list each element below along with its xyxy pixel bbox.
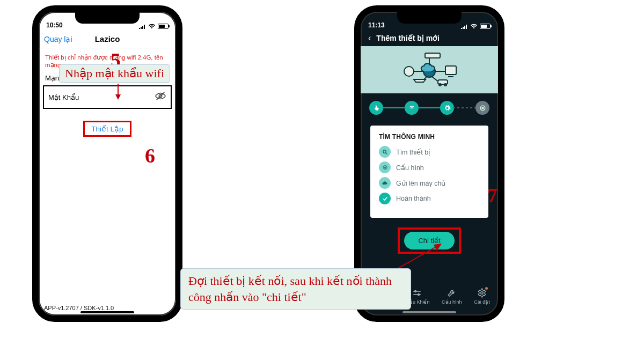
list-item: Tìm thiết bị	[379, 146, 480, 158]
gear-icon	[477, 288, 487, 298]
svg-point-9	[404, 67, 414, 76]
row-label: Cấu hình	[396, 164, 424, 172]
notch	[75, 12, 140, 24]
wifi-icon	[148, 24, 156, 29]
step-final-icon	[475, 101, 489, 115]
annotation-step-6: 6	[145, 144, 155, 167]
tab-config[interactable]: Cấu hình	[442, 288, 462, 305]
wrench-icon	[447, 288, 457, 298]
status-icons	[138, 24, 169, 29]
notch	[397, 12, 462, 24]
battery-icon	[480, 24, 491, 29]
password-row[interactable]: Mật Khẩu	[43, 85, 172, 109]
notification-dot-icon	[485, 287, 488, 290]
nav-bar: Quay lại Lazico	[39, 30, 176, 48]
status-time: 10:50	[46, 21, 63, 29]
card-title: TÌM THÔNG MINH	[379, 133, 480, 141]
annotation-note-7: Đợi thiết bị kết nối, sau khi kết nối th…	[180, 268, 411, 310]
list-item: Gửi lên máy chủ	[379, 177, 480, 189]
status-icons	[460, 24, 491, 29]
search-icon	[379, 146, 391, 158]
home-indicator	[402, 311, 456, 313]
step-wifi-icon	[405, 101, 419, 115]
step-gear-icon	[440, 101, 454, 115]
battery-icon	[158, 24, 169, 29]
row-label: Tìm thiết bị	[396, 148, 430, 156]
tab-label: Cài đặt	[474, 299, 490, 305]
tab-label: Cấu hình	[442, 299, 462, 305]
tab-settings[interactable]: Cài đặt	[474, 288, 490, 305]
back-button[interactable]: Quay lại	[44, 35, 72, 43]
list-item: Cấu hình	[379, 161, 480, 173]
svg-marker-25	[115, 94, 121, 100]
page-title: Thêm thiết bị mới	[376, 34, 440, 42]
cell-signal-icon	[138, 24, 146, 29]
list-item: Hoàn thành	[379, 193, 480, 204]
cell-signal-icon	[460, 24, 468, 29]
svg-point-18	[384, 167, 386, 168]
gear-icon	[379, 161, 391, 173]
hero-illustration	[361, 46, 498, 93]
arrow-icon	[113, 83, 123, 101]
svg-point-16	[383, 150, 386, 153]
svg-rect-4	[425, 53, 440, 58]
row-label: Gửi lên máy chủ	[396, 179, 445, 187]
status-time: 11:13	[368, 21, 385, 29]
visibility-toggle-icon[interactable]	[155, 90, 166, 104]
back-chevron-icon[interactable]: ‹	[368, 33, 371, 43]
annotation-step-7: 7	[487, 183, 497, 207]
smart-search-card: TÌM THÔNG MINH Tìm thiết bị Cấu hình Gửi…	[370, 126, 488, 218]
step-touch-icon	[369, 101, 383, 115]
annotation-note-5: Nhập mật khẩu wifi	[59, 64, 170, 83]
row-label: Hoàn thành	[396, 195, 431, 202]
page-title: Lazico	[95, 34, 120, 43]
header: ‹ Thêm thiết bị mới	[361, 30, 498, 46]
cloud-upload-icon	[379, 177, 391, 189]
svg-rect-6	[445, 66, 456, 75]
phone-left: 10:50 Quay lại Lazico Thiết bị chỉ nhận …	[32, 5, 182, 322]
svg-point-23	[481, 292, 484, 295]
setup-button[interactable]: Thiết Lập	[83, 121, 131, 137]
sliders-icon	[412, 288, 422, 298]
step-progress	[361, 93, 498, 122]
wifi-icon	[470, 24, 478, 29]
home-indicator	[80, 311, 134, 313]
password-label: Mật Khẩu	[48, 93, 79, 101]
svg-line-17	[385, 152, 387, 154]
check-icon	[379, 193, 391, 204]
version-footer: APP-v1.2707 / SDK-v1.1.0	[44, 305, 114, 311]
